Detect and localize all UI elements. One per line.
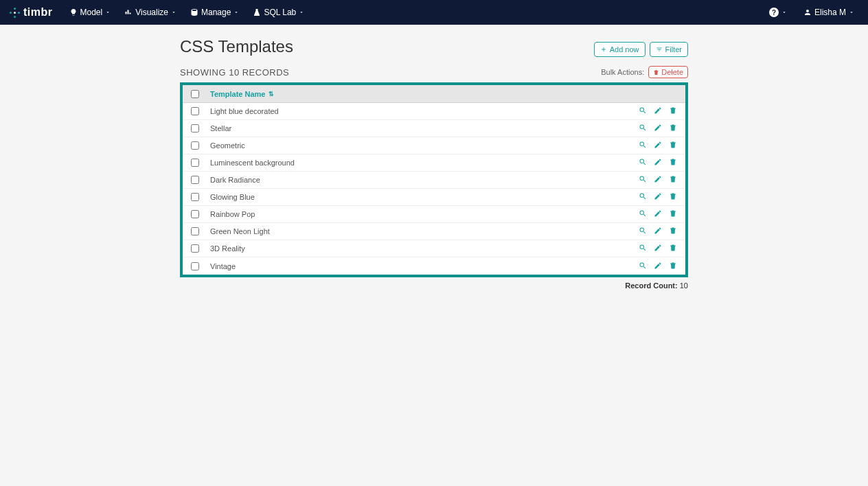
nav-manage[interactable]: Manage	[185, 5, 244, 20]
row-checkbox[interactable]	[191, 159, 199, 167]
row-checkbox[interactable]	[191, 107, 199, 115]
delete-button[interactable]	[669, 175, 677, 185]
nav-model-label: Model	[80, 8, 103, 17]
delete-button[interactable]	[669, 158, 677, 167]
view-button[interactable]	[639, 141, 647, 150]
row-template-name: Stellar	[210, 124, 639, 132]
title-row: CSS Templates Add now Filter	[180, 37, 688, 62]
lightbulb-icon	[69, 8, 78, 16]
row-checkbox[interactable]	[191, 262, 199, 270]
nav-visualize[interactable]: Visualize	[119, 5, 182, 20]
delete-button[interactable]	[669, 262, 677, 271]
pencil-icon	[654, 244, 662, 252]
view-button[interactable]	[639, 244, 647, 253]
row-template-name: Rainbow Pop	[210, 210, 639, 218]
page-body: CSS Templates Add now Filter SHOWING 10 …	[0, 25, 868, 290]
brand-logo[interactable]: timbr	[8, 6, 53, 19]
row-actions	[639, 209, 677, 219]
trash-icon	[653, 69, 659, 76]
edit-button[interactable]	[654, 244, 662, 253]
search-icon	[639, 175, 647, 183]
edit-button[interactable]	[654, 192, 662, 202]
delete-button[interactable]	[669, 244, 677, 253]
column-template-name[interactable]: Template Name ⇅	[210, 90, 274, 98]
row-checkbox-cell	[191, 159, 210, 167]
row-checkbox-cell	[191, 244, 210, 253]
search-icon	[639, 141, 647, 149]
column-header-label: Template Name	[210, 90, 266, 98]
view-button[interactable]	[639, 192, 647, 202]
trash-icon	[669, 106, 677, 115]
select-all-checkbox[interactable]	[191, 90, 199, 98]
table-row: Stellar	[183, 120, 685, 137]
table-row: Light blue decorated	[183, 103, 685, 120]
row-checkbox[interactable]	[191, 141, 199, 150]
edit-button[interactable]	[654, 262, 662, 271]
nav-sqllab[interactable]: SQL Lab	[247, 5, 310, 20]
row-checkbox-cell	[191, 227, 210, 235]
search-icon	[639, 209, 647, 218]
table-row: Geometric	[183, 137, 685, 154]
view-button[interactable]	[639, 209, 647, 219]
chevron-down-icon	[233, 10, 239, 15]
delete-button[interactable]	[669, 124, 677, 133]
delete-button[interactable]	[669, 192, 677, 202]
edit-button[interactable]	[654, 158, 662, 167]
table-header: Template Name ⇅	[183, 85, 685, 103]
search-icon	[639, 227, 647, 235]
view-button[interactable]	[639, 158, 647, 167]
delete-button[interactable]	[669, 141, 677, 150]
chart-icon	[124, 8, 133, 16]
row-checkbox[interactable]	[191, 193, 199, 201]
row-checkbox[interactable]	[191, 124, 199, 132]
edit-button[interactable]	[654, 141, 662, 150]
row-actions	[639, 244, 677, 253]
row-template-name: Glowing Blue	[210, 193, 639, 201]
add-now-button[interactable]: Add now	[594, 42, 646, 57]
edit-button[interactable]	[654, 175, 662, 185]
delete-button[interactable]	[669, 227, 677, 236]
row-checkbox[interactable]	[191, 227, 199, 235]
delete-button[interactable]	[669, 209, 677, 219]
row-checkbox[interactable]	[191, 176, 199, 184]
showing-records: SHOWING 10 RECORDS	[180, 67, 289, 78]
table-body: Light blue decoratedStellarGeometricLumi…	[183, 103, 685, 275]
edit-button[interactable]	[654, 124, 662, 133]
view-button[interactable]	[639, 262, 647, 271]
user-menu[interactable]: Elisha M	[798, 5, 860, 20]
delete-button[interactable]	[669, 106, 677, 116]
row-template-name: Vintage	[210, 262, 639, 270]
table-row: Glowing Blue	[183, 189, 685, 206]
pencil-icon	[654, 209, 662, 218]
record-count: Record Count: 10	[180, 281, 688, 290]
row-actions	[639, 124, 677, 133]
title-actions: Add now Filter	[594, 42, 688, 57]
table-row: 3D Reality	[183, 240, 685, 257]
pencil-icon	[654, 106, 662, 115]
edit-button[interactable]	[654, 106, 662, 116]
row-checkbox-cell	[191, 176, 210, 184]
row-checkbox[interactable]	[191, 244, 199, 253]
help-menu[interactable]: ?	[764, 5, 792, 20]
filter-button[interactable]: Filter	[650, 42, 688, 57]
help-icon: ?	[769, 8, 779, 17]
row-actions	[639, 262, 677, 271]
subheader-row: SHOWING 10 RECORDS Bulk Actions: Delete	[180, 66, 688, 78]
edit-button[interactable]	[654, 209, 662, 219]
table-row: Rainbow Pop	[183, 206, 685, 223]
pencil-icon	[654, 158, 662, 166]
edit-button[interactable]	[654, 227, 662, 236]
nav-model[interactable]: Model	[64, 5, 117, 20]
bulk-delete-button[interactable]: Delete	[648, 66, 688, 78]
pencil-icon	[654, 192, 662, 200]
row-template-name: Geometric	[210, 141, 639, 150]
view-button[interactable]	[639, 106, 647, 116]
view-button[interactable]	[639, 227, 647, 236]
bulk-actions-label: Bulk Actions:	[601, 68, 644, 76]
view-button[interactable]	[639, 175, 647, 185]
flask-icon	[253, 8, 261, 16]
database-icon	[190, 8, 198, 16]
view-button[interactable]	[639, 124, 647, 133]
row-checkbox[interactable]	[191, 210, 199, 218]
templates-table: Template Name ⇅ Light blue decoratedStel…	[180, 82, 688, 277]
